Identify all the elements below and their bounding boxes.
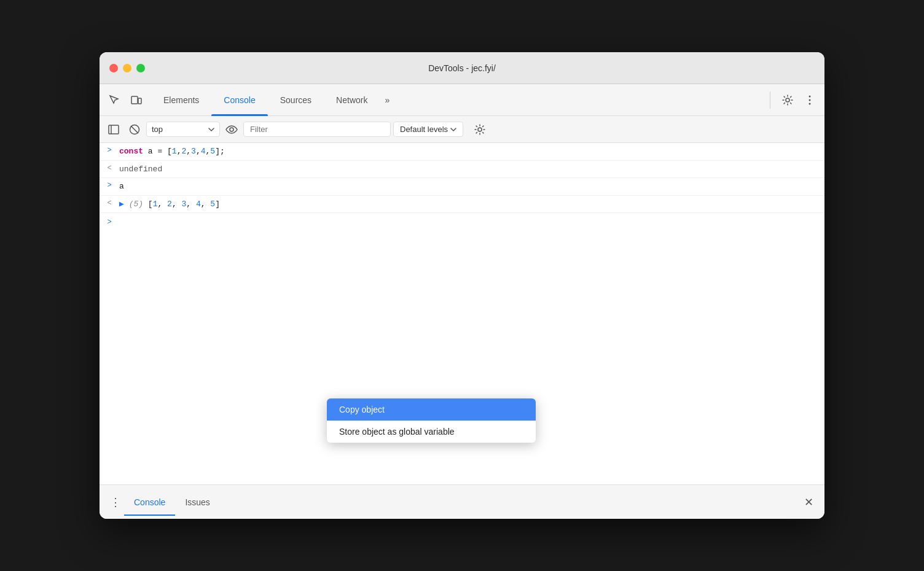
more-tabs-button[interactable]: »	[380, 95, 394, 105]
window-title: DevTools - jec.fyi/	[428, 63, 496, 73]
context-menu-copy-object[interactable]: Copy object	[327, 398, 536, 421]
tab-console[interactable]: Console	[211, 84, 267, 116]
chevron-down-icon	[450, 128, 456, 131]
clear-console-button[interactable]	[125, 120, 144, 139]
svg-point-2	[786, 98, 789, 102]
line-content-4: ▶ (5) [1, 2, 3, 4, 5]	[119, 198, 820, 211]
console-line-4: < ▶ (5) [1, 2, 3, 4, 5] Copy object Stor…	[100, 196, 824, 214]
close-button[interactable]	[109, 64, 118, 72]
console-input-line: >	[100, 213, 824, 230]
svg-rect-6	[109, 125, 119, 134]
context-selector[interactable]: top	[146, 122, 220, 137]
bottom-tab-issues[interactable]: Issues	[175, 494, 219, 511]
gear-icon	[782, 95, 793, 106]
bottom-bar: ⋮ Console Issues ✕	[100, 484, 824, 519]
eye-filter-button[interactable]	[222, 120, 241, 139]
svg-rect-1	[138, 98, 141, 104]
eye-icon	[225, 125, 238, 134]
svg-point-4	[809, 99, 811, 101]
block-icon	[129, 124, 140, 135]
settings-button[interactable]	[778, 90, 797, 110]
tab-bar: Elements Console Sources Network »	[100, 84, 824, 116]
log-levels-button[interactable]: Default levels	[393, 122, 463, 137]
context-menu-store-global[interactable]: Store object as global variable	[327, 421, 536, 443]
line-content-2: undefined	[119, 163, 820, 176]
minimize-button[interactable]	[123, 64, 131, 72]
svg-line-9	[131, 126, 138, 133]
line-arrow-3: >	[100, 181, 119, 190]
console-input[interactable]	[119, 216, 820, 228]
bottom-tab-console[interactable]: Console	[124, 494, 175, 511]
svg-point-10	[230, 128, 233, 131]
tab-icons	[104, 90, 146, 110]
input-arrow: >	[100, 217, 119, 227]
undefined-value: undefined	[119, 165, 162, 174]
filter-input[interactable]	[243, 122, 391, 137]
gear-small-icon	[474, 124, 485, 135]
separator	[770, 91, 770, 109]
tab-sources[interactable]: Sources	[268, 84, 324, 116]
keyword-const: const	[119, 147, 143, 156]
svg-point-11	[478, 128, 482, 131]
array-length: (5)	[129, 200, 143, 209]
num-1: 1	[172, 147, 177, 156]
chevron-down-icon	[208, 128, 214, 131]
more-options-button[interactable]	[800, 90, 820, 110]
device-icon	[131, 95, 142, 106]
sidebar-toggle-button[interactable]	[104, 120, 123, 139]
device-toolbar-button[interactable]	[127, 90, 146, 110]
var-a: a	[119, 182, 124, 191]
expand-arrow[interactable]: ▶	[119, 200, 124, 209]
line-arrow-1: >	[100, 146, 119, 155]
maximize-button[interactable]	[136, 64, 145, 72]
console-line-3: > a	[100, 178, 824, 196]
title-bar: DevTools - jec.fyi/	[100, 52, 824, 84]
line-content-3: a	[119, 181, 820, 193]
three-dots-icon	[808, 95, 811, 106]
line-arrow-4: <	[100, 198, 119, 208]
bottom-dots-button[interactable]: ⋮	[107, 494, 124, 511]
operator: = [	[157, 147, 171, 156]
tab-elements[interactable]: Elements	[151, 84, 211, 116]
inspect-icon	[109, 95, 120, 106]
bottom-close-button[interactable]: ✕	[800, 494, 817, 511]
num-4: 4	[201, 147, 206, 156]
sidebar-icon	[108, 125, 119, 134]
inspect-element-button[interactable]	[104, 90, 124, 110]
num-5: 5	[210, 147, 215, 156]
num-3: 3	[191, 147, 196, 156]
line-content-1: const a = [1,2,3,4,5];	[119, 146, 820, 158]
console-area: > const a = [1,2,3,4,5]; < undefined > a…	[100, 143, 824, 484]
traffic-lights	[109, 64, 145, 72]
svg-point-3	[809, 95, 811, 97]
console-line-2: < undefined	[100, 161, 824, 179]
line-arrow-2: <	[100, 163, 119, 173]
tab-bar-right	[765, 90, 820, 110]
console-settings-button[interactable]	[471, 120, 489, 139]
console-toolbar: top Default levels	[100, 116, 824, 143]
console-line-1: > const a = [1,2,3,4,5];	[100, 143, 824, 161]
context-menu: Copy object Store object as global varia…	[327, 398, 536, 443]
tab-network[interactable]: Network	[324, 84, 380, 116]
var-name: a	[148, 147, 158, 156]
devtools-window: DevTools - jec.fyi/ Elements Console Sou	[100, 52, 824, 519]
svg-rect-0	[131, 96, 138, 104]
svg-point-5	[809, 103, 811, 104]
